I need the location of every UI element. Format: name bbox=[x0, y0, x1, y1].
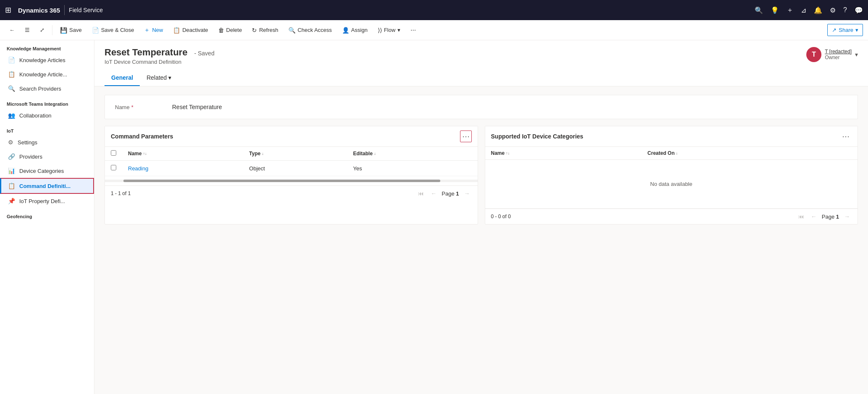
form-view-button[interactable]: ☰ bbox=[21, 24, 34, 36]
share-button[interactable]: ↗ Share ▾ bbox=[827, 24, 863, 36]
collaboration-icon: 👥 bbox=[8, 112, 15, 119]
filter-icon[interactable]: ⊿ bbox=[801, 6, 806, 14]
next-page-button[interactable]: → bbox=[463, 189, 472, 198]
iot-categories-footer: 0 - 0 of 0 ⏮ ← Page 1 → bbox=[485, 209, 858, 224]
help-icon[interactable]: ? bbox=[843, 6, 847, 14]
iot-categories-header: Supported IoT Device Categories ⋯ bbox=[485, 126, 858, 147]
flow-dropdown-icon: ▾ bbox=[397, 27, 400, 33]
sidebar-item-knowledge-articles[interactable]: 📄 Knowledge Articles bbox=[0, 53, 94, 67]
iot-categories-more-button[interactable]: ⋯ bbox=[840, 130, 852, 142]
flow-button[interactable]: ⟩⟩ Flow ▾ bbox=[374, 24, 405, 36]
expand-button[interactable]: ⤢ bbox=[36, 24, 49, 36]
separator-1 bbox=[52, 25, 52, 35]
type-column-header[interactable]: Type ↓ bbox=[243, 147, 348, 161]
name-sort-icon: ↑↓ bbox=[143, 151, 147, 156]
required-indicator: * bbox=[131, 104, 133, 110]
chat-icon[interactable]: 💬 bbox=[855, 6, 863, 14]
table-row: Reading Object Yes bbox=[105, 161, 478, 176]
check-access-button[interactable]: 🔍 Check Access bbox=[284, 24, 336, 36]
select-all-checkbox[interactable] bbox=[111, 150, 116, 156]
sidebar-item-search-providers[interactable]: 🔍 Search Providers bbox=[0, 81, 94, 96]
lightbulb-icon[interactable]: 💡 bbox=[771, 6, 779, 14]
refresh-button[interactable]: ↻ Refresh bbox=[248, 24, 282, 36]
prev-page-button[interactable]: ← bbox=[429, 189, 438, 198]
delete-icon: 🗑 bbox=[218, 27, 224, 34]
delete-button[interactable]: 🗑 Delete bbox=[214, 24, 246, 36]
command-params-more-button[interactable]: ⋯ bbox=[460, 130, 472, 142]
row-checkbox[interactable] bbox=[111, 165, 116, 170]
sidebar-label-search-providers: Search Providers bbox=[19, 86, 61, 92]
record-header: Reset Temperature - Saved IoT Device Com… bbox=[94, 40, 868, 86]
sidebar-label-providers: Providers bbox=[19, 154, 42, 160]
name-column-header[interactable]: Name ↑↓ bbox=[122, 147, 243, 161]
sidebar-item-providers[interactable]: 🔗 Providers bbox=[0, 149, 94, 164]
iot-categories-header-row: Name ↑↓ Created On ↓ bbox=[485, 147, 858, 160]
record-title-area: Reset Temperature - Saved IoT Device Com… bbox=[105, 47, 214, 65]
tab-general[interactable]: General bbox=[105, 70, 140, 86]
iot-prev-page-button[interactable]: ← bbox=[809, 212, 818, 221]
record-title-row: Reset Temperature - Saved IoT Device Com… bbox=[105, 47, 858, 65]
search-icon[interactable]: 🔍 bbox=[755, 6, 763, 14]
waffle-icon[interactable]: ⊞ bbox=[5, 5, 11, 15]
settings-icon[interactable]: ⚙ bbox=[830, 6, 836, 14]
select-all-header bbox=[105, 147, 122, 161]
row-name-cell[interactable]: Reading bbox=[122, 161, 243, 176]
sidebar-item-collaboration[interactable]: 👥 Collaboration bbox=[0, 108, 94, 123]
brand-name[interactable]: Dynamics 365 bbox=[18, 7, 60, 14]
app-layout: Knowledge Management 📄 Knowledge Article… bbox=[0, 40, 868, 394]
first-page-button[interactable]: ⏮ bbox=[416, 189, 426, 198]
owner-label: Owner bbox=[825, 55, 852, 60]
iot-property-icon: 📌 bbox=[8, 198, 15, 204]
sidebar-label-iot-property-def: IoT Property Defi... bbox=[19, 198, 65, 204]
sidebar-item-device-categories[interactable]: 📊 Device Categories bbox=[0, 164, 94, 178]
notification-icon[interactable]: 🔔 bbox=[814, 6, 822, 14]
row-checkbox-cell bbox=[105, 161, 122, 176]
command-params-pagination: ⏮ ← Page 1 → bbox=[416, 189, 471, 198]
iot-first-page-button[interactable]: ⏮ bbox=[797, 212, 806, 221]
top-navigation: ⊞ Dynamics 365 Field Service 🔍 💡 ＋ ⊿ 🔔 ⚙… bbox=[0, 0, 868, 20]
owner-area: T T [redacted] Owner ▾ bbox=[806, 47, 858, 62]
new-button[interactable]: ＋ New bbox=[140, 24, 167, 37]
iot-next-page-button[interactable]: → bbox=[842, 212, 852, 221]
save-button[interactable]: 💾 Save bbox=[56, 24, 86, 36]
back-button[interactable]: ← bbox=[5, 24, 19, 36]
scrollbar-track bbox=[105, 180, 478, 182]
command-params-pagination-info: 1 - 1 of 1 bbox=[111, 190, 131, 196]
name-value[interactable]: Reset Temperature bbox=[172, 104, 222, 110]
assign-button[interactable]: 👤 Assign bbox=[338, 24, 372, 36]
name-form-section: Name * Reset Temperature bbox=[105, 95, 858, 119]
add-icon[interactable]: ＋ bbox=[787, 6, 793, 15]
editable-column-header[interactable]: Editable ↓ bbox=[347, 147, 477, 161]
owner-avatar: T bbox=[806, 47, 821, 62]
save-close-button[interactable]: 📄 Save & Close bbox=[88, 24, 139, 36]
sidebar-item-command-definitions[interactable]: 📋 Command Definiti... bbox=[0, 178, 94, 194]
deactivate-button[interactable]: 📋 Deactivate bbox=[169, 24, 212, 36]
owner-dropdown-icon[interactable]: ▾ bbox=[855, 51, 858, 58]
command-params-table: Name ↑↓ Type ↓ bbox=[105, 147, 478, 176]
created-on-column-header[interactable]: Created On ↓ bbox=[642, 147, 858, 160]
sidebar-item-settings[interactable]: ⚙ Settings bbox=[0, 135, 94, 149]
owner-name[interactable]: T [redacted] bbox=[825, 49, 852, 55]
command-params-header-row: Name ↑↓ Type ↓ bbox=[105, 147, 478, 161]
sidebar-item-iot-property-def[interactable]: 📌 IoT Property Defi... bbox=[0, 194, 94, 208]
knowledge-articles-2-icon: 📋 bbox=[8, 71, 15, 78]
sidebar-item-knowledge-articles-2[interactable]: 📋 Knowledge Article... bbox=[0, 67, 94, 81]
record-subtitle: IoT Device Command Definition bbox=[105, 59, 214, 65]
sidebar-label-device-categories: Device Categories bbox=[19, 168, 64, 174]
record-saved-status: - Saved bbox=[194, 50, 214, 57]
module-name[interactable]: Field Service bbox=[69, 7, 103, 13]
more-button[interactable]: ⋯ bbox=[406, 24, 420, 36]
iot-categories-pagination-info: 0 - 0 of 0 bbox=[491, 214, 511, 219]
sidebar-label-knowledge-articles: Knowledge Articles bbox=[19, 57, 65, 63]
sidebar-label-knowledge-articles-2: Knowledge Article... bbox=[19, 71, 67, 78]
deactivate-icon: 📋 bbox=[173, 27, 180, 34]
no-data-row: No data available bbox=[485, 160, 858, 209]
cat-name-column-header[interactable]: Name ↑↓ bbox=[485, 147, 642, 160]
knowledge-articles-icon: 📄 bbox=[8, 57, 15, 63]
tab-related[interactable]: Related ▾ bbox=[140, 70, 178, 86]
content-area: Name * Reset Temperature Command Paramet… bbox=[94, 86, 868, 233]
expand-icon: ⤢ bbox=[40, 27, 44, 33]
command-params-footer: 1 - 1 of 1 ⏮ ← Page 1 → bbox=[105, 185, 478, 201]
owner-details: T [redacted] Owner bbox=[825, 49, 852, 60]
sidebar-section-km: Knowledge Management bbox=[0, 40, 94, 53]
